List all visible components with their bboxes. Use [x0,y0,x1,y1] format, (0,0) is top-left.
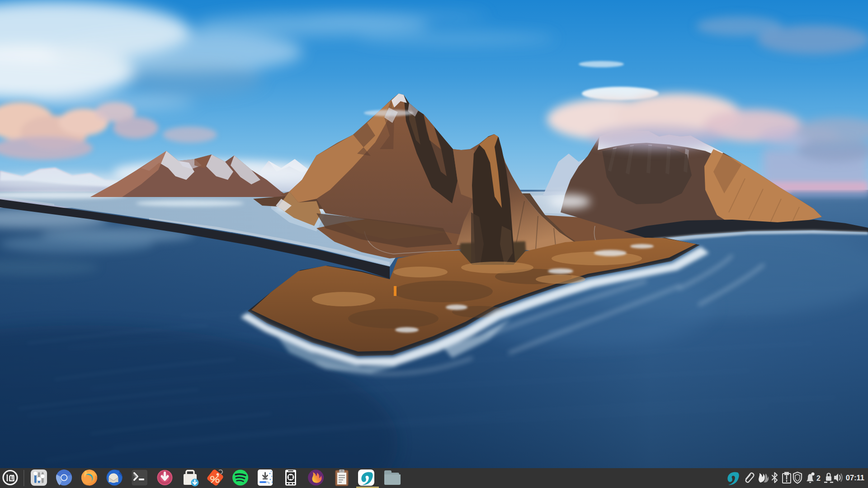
svg-text:2: 2 [816,474,821,482]
svg-text:07:11: 07:11 [846,474,864,482]
